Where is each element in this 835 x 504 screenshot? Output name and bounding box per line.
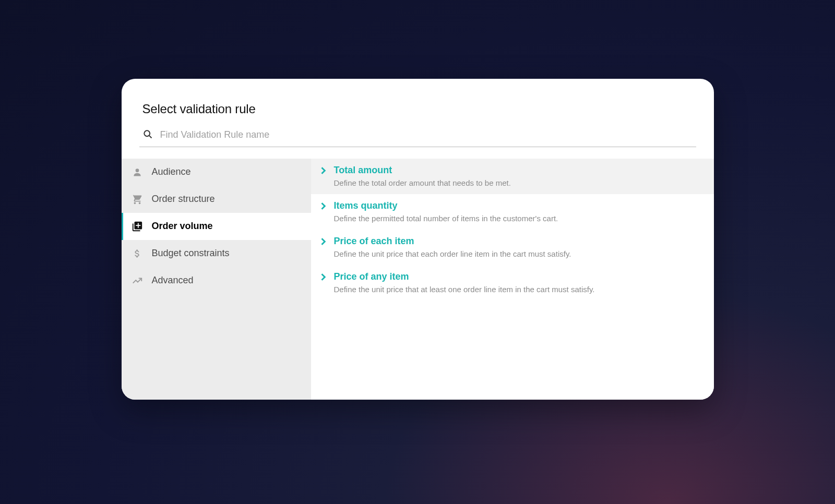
rule-text: Price of each item Define the unit price… [334,236,571,258]
rule-text: Price of any item Define the unit price … [334,271,595,294]
sidebar-item-label: Budget constraints [152,248,230,259]
chevron-right-icon [320,238,327,247]
sidebar-item-budget-constraints[interactable]: Budget constraints [122,240,311,267]
modal-header: Select validation rule [122,79,714,116]
rule-desc: Define the unit price that at least one … [334,285,595,294]
search-icon [142,129,153,141]
rules-list: Total amount Define the total order amou… [311,159,714,400]
search-input[interactable] [160,129,696,140]
modal-title: Select validation rule [142,102,693,116]
add-to-queue-icon [131,220,144,233]
sidebar-item-order-structure[interactable]: Order structure [122,186,311,213]
chart-line-icon [131,274,144,287]
sidebar-item-label: Audience [152,166,191,177]
rule-desc: Define the total order amount that needs… [334,178,511,187]
chevron-right-icon [320,167,327,176]
sidebar-item-advanced[interactable]: Advanced [122,267,311,294]
search-row [139,129,696,147]
sidebar-item-label: Order structure [152,194,215,205]
rule-title: Items quantity [334,200,558,211]
rule-item-price-each[interactable]: Price of each item Define the unit price… [311,230,714,265]
rule-item-items-quantity[interactable]: Items quantity Define the permitted tota… [311,194,714,230]
svg-line-1 [149,135,151,138]
rule-title: Total amount [334,165,511,176]
chevron-right-icon [320,202,327,212]
rule-text: Items quantity Define the permitted tota… [334,200,558,223]
modal-body: Audience Order structure Order volume [122,159,714,400]
rule-text: Total amount Define the total order amou… [334,165,511,187]
sidebar-item-audience[interactable]: Audience [122,159,311,186]
svg-point-0 [144,130,150,136]
cart-icon [131,193,144,206]
sidebar-item-label: Advanced [152,275,194,286]
dollar-icon [131,247,144,260]
rule-title: Price of any item [334,271,595,282]
sidebar-item-order-volume[interactable]: Order volume [122,213,311,240]
validation-rule-modal: Select validation rule Audience [122,79,714,400]
sidebar-item-label: Order volume [152,221,213,232]
rule-desc: Define the permitted total number of ite… [334,214,558,223]
svg-point-2 [135,169,139,172]
person-icon [131,166,144,178]
chevron-right-icon [320,273,327,283]
rule-item-total-amount[interactable]: Total amount Define the total order amou… [311,159,714,194]
rule-item-price-any[interactable]: Price of any item Define the unit price … [311,265,714,301]
rule-desc: Define the unit price that each order li… [334,249,571,258]
rule-title: Price of each item [334,236,571,247]
sidebar: Audience Order structure Order volume [122,159,311,400]
